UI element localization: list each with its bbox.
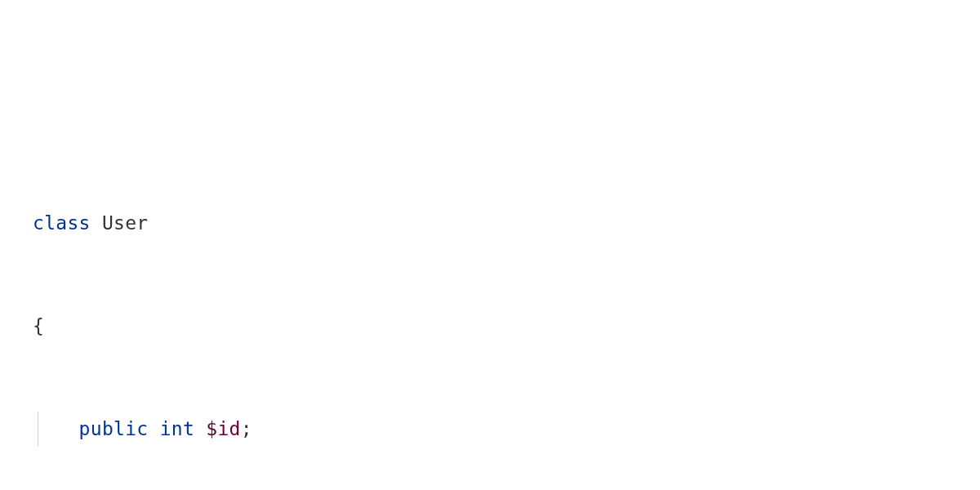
code-line[interactable]: { [0,309,980,343]
type-int: int [160,418,194,439]
code-line[interactable]: class User [0,206,980,240]
keyword-public: public [79,418,149,439]
brace-open: { [33,315,44,336]
class-name: User [102,212,149,234]
code-line[interactable]: public int $id; [0,412,980,446]
code-editor[interactable]: class User { public int $id; public stri… [0,137,980,490]
variable: $id [206,418,240,439]
keyword-class: class [33,212,91,234]
semicolon: ; [241,418,252,439]
